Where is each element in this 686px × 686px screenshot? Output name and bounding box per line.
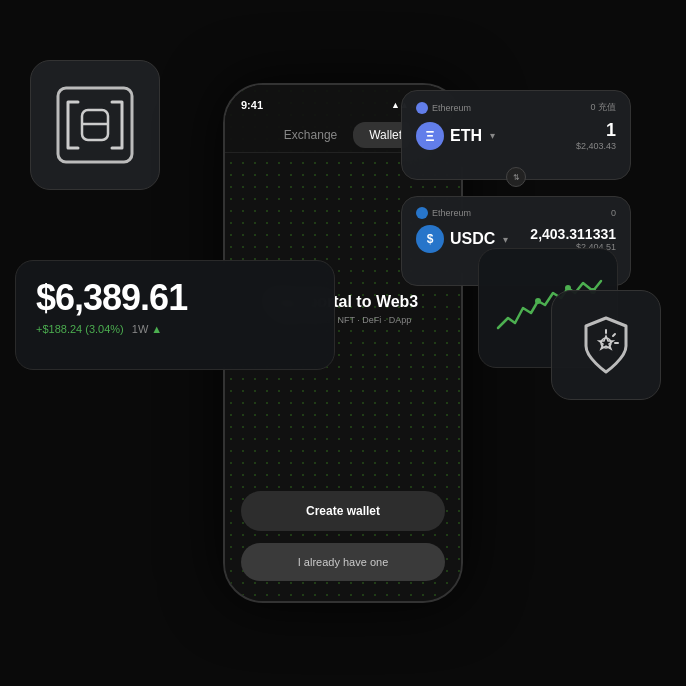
price-period: 1W ▲ <box>132 323 162 335</box>
eth-dropdown-arrow: ▾ <box>490 130 495 141</box>
already-have-button[interactable]: I already have one <box>241 543 445 581</box>
card-token-icon <box>30 60 160 190</box>
eth-token-icon: Ξ <box>416 122 444 150</box>
swap-badge: ⇅ <box>506 167 526 187</box>
price-value: $6,389.61 <box>36 277 314 319</box>
eth-amount: 1 <box>576 120 616 141</box>
status-time: 9:41 <box>241 99 263 111</box>
shield-icon <box>571 310 641 380</box>
card-eth: Ethereum 0 充值 Ξ ETH ▾ 1 $2,403.43 ⇅ <box>401 90 631 180</box>
eth-card-meta: 0 充值 <box>590 101 616 114</box>
bracket-icon <box>50 80 140 170</box>
usdc-amount: 2,403.311331 <box>530 226 616 242</box>
svg-point-3 <box>535 298 541 304</box>
card-price: $6,389.61 +$188.24 (3.04%) 1W ▲ <box>15 260 335 370</box>
usdc-dropdown-arrow: ▾ <box>503 234 508 245</box>
usdc-token-icon: $ <box>416 225 444 253</box>
price-arrow: ▲ <box>151 323 162 335</box>
svg-line-8 <box>613 334 615 336</box>
eth-usd: $2,403.43 <box>576 141 616 151</box>
eth-chain-label: Ethereum <box>432 103 471 113</box>
tab-exchange[interactable]: Exchange <box>268 122 353 148</box>
eth-chain-dot <box>416 102 428 114</box>
price-change: +$188.24 (3.04%) <box>36 323 124 335</box>
eth-token-name: ETH <box>450 127 482 145</box>
usdc-card-meta: 0 <box>611 208 616 218</box>
usdc-token-name: USDC <box>450 230 495 248</box>
usdc-chain-dot <box>416 207 428 219</box>
card-shield <box>551 290 661 400</box>
create-wallet-button[interactable]: Create wallet <box>241 491 445 531</box>
scene: 9:41 ▲▲▲ WiFi ▪ Exchange Wallet Your por… <box>0 0 686 686</box>
usdc-chain-label: Ethereum <box>432 208 471 218</box>
